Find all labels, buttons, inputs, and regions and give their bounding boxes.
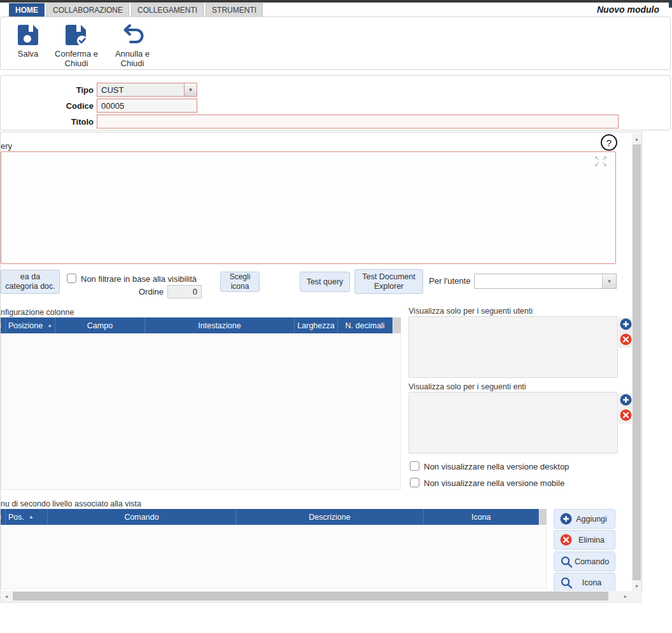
aggiungi-label: Aggiungi [572,515,615,524]
cancel-close-button[interactable]: Annulla e Chiudi [106,22,158,69]
row-handle-column: ≡ [1,509,6,525]
crea-da-categoria-button[interactable]: ea da categoria doc. [1,270,60,294]
codice-field[interactable] [97,99,197,113]
per-utente-label: Per l'utente [429,276,470,286]
per-utente-dropdown[interactable]: ▼ [474,274,617,289]
column-header-pos[interactable]: Pos. ▲ [6,509,48,525]
expand-icon[interactable]: ↖ ↗ ↙ ↘ [592,155,609,167]
tab-home[interactable]: HOME [9,3,45,18]
test-query-button[interactable]: Test query [300,272,350,292]
no-mobile-label: Non visualizzare nella versione mobile [424,478,564,488]
tipo-value: CUST [97,85,184,95]
tab-strumenti[interactable]: STRUMENTI [206,3,263,18]
aggiungi-button[interactable]: Aggiungi [554,509,615,529]
column-header-larghezza[interactable]: Larghezza [295,317,338,333]
scroll-right-icon[interactable]: ► [620,591,631,601]
undo-icon [121,23,144,47]
no-desktop-checkbox[interactable] [410,461,419,471]
confirm-close-button[interactable]: Conferma e Chiudi [50,22,102,69]
no-mobile-checkbox[interactable] [410,478,419,487]
users-listbox[interactable] [409,316,618,378]
tab-collegamenti[interactable]: COLLEGAMENTI [131,3,204,18]
elimina-button[interactable]: Elimina [554,530,615,550]
non-filtrare-checkbox[interactable] [67,274,76,283]
scroll-down-icon[interactable]: ▼ [632,581,641,591]
titolo-label: Titolo [1,117,97,127]
floppy-check-icon [64,23,88,47]
no-desktop-label: Non visualizzare nella versione desktop [424,462,569,471]
ribbon-toolbar: Salva Conferma e Chiudi Annulla e Chiu [0,17,671,70]
icona-label: Icona [573,578,615,587]
menu-table-title: nu di secondo livello associato alla vis… [1,499,141,508]
ordine-label: Ordine [116,287,164,296]
save-label: Salva [18,49,39,59]
column-header-intestazione[interactable]: Intestazione [145,317,295,333]
columns-grid-header: ≡ Posizione ▲ Campo Intestazione Larghez… [1,317,401,333]
remove-user-button[interactable] [619,333,633,348]
cancel-close-label: Annulla e Chiudi [109,49,156,68]
query-input[interactable] [1,151,616,264]
app-window: HOME COLLABORAZIONE COLLEGAMENTI STRUMEN… [0,0,672,633]
column-header-posizione[interactable]: Posizione ▲ [6,317,55,333]
tipo-dropdown[interactable]: CUST ▼ [97,83,197,97]
tab-collaborazione[interactable]: COLLABORAZIONE [46,3,129,18]
window-corner-edge [669,0,672,8]
titolo-field[interactable] [97,115,619,129]
search-icon [560,576,573,589]
scroll-up-icon[interactable]: ▲ [632,134,641,144]
x-circle-icon [560,534,572,546]
help-icon[interactable]: ? [601,134,617,151]
sort-asc-icon: ▲ [47,323,52,328]
columns-config-title: nfigurazione colonne [1,308,74,317]
window-top-edge [0,0,672,3]
grid-header-end [393,317,401,333]
column-header-descrizione[interactable]: Descrizione [236,509,424,525]
horizontal-scroll-thumb[interactable] [13,592,608,601]
module-detail-panel: ? ery ↖ ↗ ↙ ↘ ea da categoria doc. Non f… [0,132,642,602]
column-header-icona[interactable]: Icona [424,509,539,525]
plus-circle-icon [620,318,632,333]
remove-ente-button[interactable] [619,408,633,424]
grid-header-end [539,509,547,525]
query-label: ery [1,141,12,151]
comando-label: Comando [573,557,615,566]
header-form: Tipo CUST ▼ Codice Titolo [0,75,671,130]
add-ente-button[interactable] [619,393,633,408]
tipo-label: Tipo [1,85,97,95]
sort-asc-icon: ▲ [29,514,34,520]
scrollbar-corner [631,591,642,601]
menu-grid-body[interactable] [1,525,547,589]
enti-list-label: Visualizza solo per i seguenti enti [409,382,526,391]
codice-label: Codice [1,101,97,111]
ribbon-tabs: HOME COLLABORAZIONE COLLEGAMENTI STRUMEN… [9,3,263,18]
column-header-comando[interactable]: Comando [48,509,236,525]
confirm-close-label: Conferma e Chiudi [53,49,100,68]
search-icon [560,555,573,568]
plus-circle-icon [620,394,632,408]
ordine-field[interactable] [167,285,202,298]
test-document-explorer-button[interactable]: Test Document Explorer [354,269,423,294]
hamburger-icon: ≡ [1,321,1,330]
scroll-left-icon[interactable]: ◄ [1,591,11,601]
x-circle-icon [620,333,632,348]
chevron-down-icon[interactable]: ▼ [184,83,197,96]
vertical-scroll-thumb[interactable] [633,144,641,580]
comando-lookup-button[interactable]: Comando [554,552,615,571]
column-header-ndecimali[interactable]: N. decimali [338,317,393,333]
plus-circle-icon [560,513,572,525]
icona-lookup-button[interactable]: Icona [554,573,615,592]
hamburger-icon: ≡ [1,513,1,522]
page-title: Nuovo modulo [597,4,659,15]
add-user-button[interactable] [619,317,633,333]
save-button[interactable]: Salva [10,22,46,60]
vertical-scrollbar[interactable]: ▲ ▼ [632,134,641,591]
horizontal-scrollbar[interactable]: ◄ ► [1,591,631,601]
users-list-label: Visualizza solo per i seguenti utenti [409,307,533,316]
column-header-campo[interactable]: Campo [55,317,145,333]
menu-grid-header: ≡ Pos. ▲ Comando Descrizione Icona [1,509,547,525]
scegli-icona-button[interactable]: Scegli icona [220,272,260,292]
enti-listbox[interactable] [409,392,618,454]
columns-grid-body[interactable] [1,333,401,490]
x-circle-icon [620,409,632,424]
chevron-down-icon[interactable]: ▼ [602,274,616,288]
